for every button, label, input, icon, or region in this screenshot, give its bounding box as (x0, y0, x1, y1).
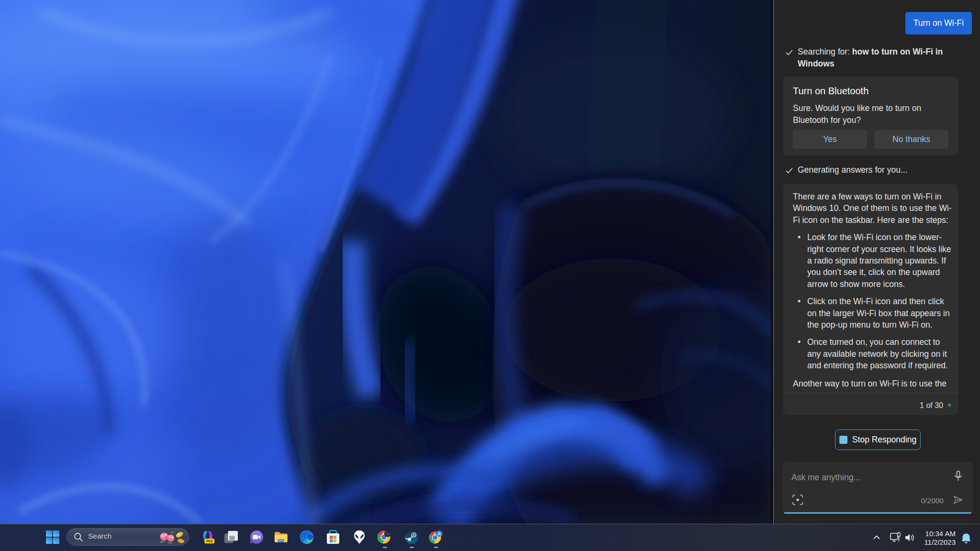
svg-text:A: A (438, 531, 441, 536)
svg-text:PRE: PRE (206, 540, 213, 543)
